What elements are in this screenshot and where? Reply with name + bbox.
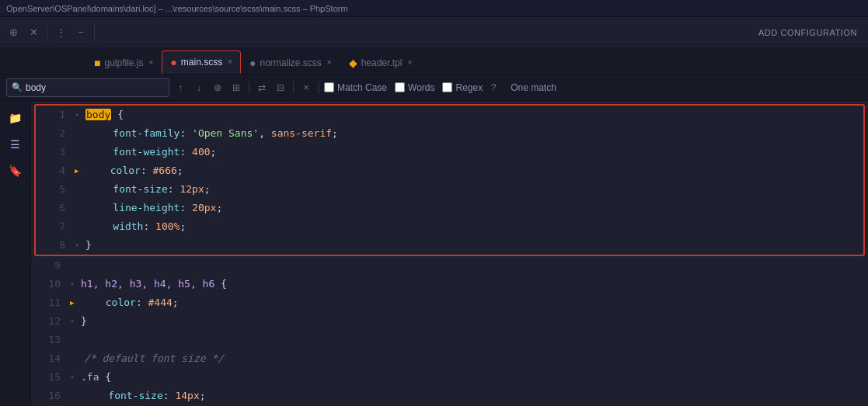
code-content-7: width: 100%; (82, 218, 186, 235)
toolbar-icon-target[interactable]: ⊕ (5, 24, 22, 41)
search-icon: 🔍 (12, 82, 23, 92)
search-separator-3 (319, 82, 319, 94)
editor-area: 📁 ☰ 🔖 1 ▾ body { 2 font-family: 'Open Sa… (0, 101, 868, 406)
tab-gulpfile[interactable]: ■ gulpfile.js × (85, 50, 162, 74)
tab-gulpfile-label: gulpfile.js (104, 57, 143, 68)
sidebar-icon-structure[interactable]: ☰ (5, 134, 26, 155)
search-input[interactable] (26, 82, 142, 93)
tab-main-scss[interactable]: ● main.scss × (162, 50, 241, 74)
toolbar-icon-minus[interactable]: − (72, 24, 89, 41)
line-number-8: 8 (36, 237, 75, 254)
code-content-4: color: #666; (79, 162, 183, 179)
words-checkbox[interactable] (395, 82, 405, 92)
search-separator-1 (249, 82, 249, 94)
line-number-13: 13 (31, 331, 70, 349)
words-label: Words (408, 82, 434, 93)
code-content-6: line-height: 20px; (82, 200, 222, 217)
table-row: 11 ▶ color: #444; (31, 293, 868, 312)
table-row: 1 ▾ body { (36, 106, 863, 124)
search-separator-2 (293, 82, 294, 94)
table-row: 13 (31, 331, 868, 349)
regex-checkbox[interactable] (442, 82, 452, 92)
replace-button[interactable]: ⇄ (254, 80, 270, 95)
toolbar-icon-menu[interactable]: ⋮ (52, 24, 69, 41)
match-case-label: Match Case (337, 82, 387, 93)
line-number-6: 6 (36, 200, 75, 217)
line-number-4: 4 (36, 162, 75, 179)
code-content-8: } (79, 237, 92, 254)
sidebar-left: 📁 ☰ 🔖 (0, 101, 31, 406)
table-row: 8 ▾ } (36, 236, 863, 255)
regex-label: Regex (455, 82, 483, 93)
line-number-10: 10 (31, 276, 70, 293)
table-row: 10 ▾ h1, h2, h3, h4, h5, h6 { (31, 275, 868, 293)
line-number-2: 2 (36, 125, 75, 142)
search-bar: 🔍 ↑ ↓ ⊕ ⊞ ⇄ ⊟ × Match Case Words Regex ?… (0, 75, 868, 101)
tab-bar: ■ gulpfile.js × ● main.scss × ● normaliz… (0, 48, 868, 75)
sidebar-icon-bookmark[interactable]: 🔖 (5, 160, 26, 182)
help-button[interactable]: ? (486, 80, 501, 95)
toolbar-separator-2 (94, 26, 95, 40)
code-content-10: h1, h2, h3, h4, h5, h6 { (75, 276, 227, 293)
regex-checkbox-group[interactable]: Regex (442, 82, 483, 93)
line-number-9: 9 (31, 257, 70, 274)
code-area[interactable]: 1 ▾ body { 2 font-family: 'Open Sans', s… (31, 101, 868, 406)
code-content-9 (70, 257, 82, 274)
tab-main-scss-close[interactable]: × (228, 58, 232, 66)
toolbar-icon-pin[interactable]: ✕ (25, 24, 42, 41)
tab-normalize-label: normalize.scss (260, 57, 321, 68)
header-tpl-icon: ◆ (349, 57, 357, 69)
table-row: 6 line-height: 20px; (36, 199, 863, 217)
table-row: 15 ▾ .fa { (31, 368, 868, 387)
code-content-12: } (75, 313, 87, 330)
line-number-16: 16 (31, 387, 70, 404)
tab-header-tpl-close[interactable]: × (407, 59, 412, 67)
code-content-11: color: #444; (75, 294, 178, 311)
prev-match-button[interactable]: ↑ (173, 80, 188, 95)
tab-normalize[interactable]: ● normalize.scss × (241, 50, 340, 74)
table-row: 5 font-size: 12px; (36, 180, 863, 199)
table-row: 9 (31, 256, 868, 275)
code-content-3: font-weight: 400; (82, 144, 216, 161)
tab-normalize-close[interactable]: × (327, 59, 332, 67)
table-row: 14 /* default font size */ (31, 349, 868, 368)
tab-main-scss-label: main.scss (181, 57, 222, 68)
toolbar-separator-1 (47, 26, 47, 40)
close-search-button[interactable]: × (298, 80, 314, 95)
code-content-13 (70, 331, 82, 349)
tab-header-tpl-label: header.tpl (361, 57, 403, 68)
table-row: 3 font-weight: 400; (36, 143, 863, 161)
pin-button[interactable]: ⊞ (228, 80, 244, 95)
gulpfile-icon: ■ (94, 57, 100, 69)
words-checkbox-group[interactable]: Words (395, 82, 434, 93)
match-case-checkbox-group[interactable]: Match Case (324, 82, 387, 93)
line-number-7: 7 (36, 218, 75, 235)
code-content-16: font-size: 14px; (78, 387, 206, 404)
toolbar: ⊕ ✕ ⋮ − ADD CONFIGURATION (0, 17, 868, 48)
line-number-1: 1 (36, 106, 75, 123)
code-content-15: .fa { (75, 369, 111, 386)
line-number-15: 15 (31, 369, 70, 386)
search-input-wrap: 🔍 (6, 78, 169, 97)
title-bar: OpenServer\OSPanel\domains\dari.loc] – .… (0, 0, 868, 17)
normalize-icon: ● (249, 57, 256, 69)
next-match-button[interactable]: ↓ (191, 80, 207, 95)
table-row: 12 ▾ } (31, 312, 868, 331)
sidebar-icon-project[interactable]: 📁 (5, 107, 26, 129)
match-case-checkbox[interactable] (324, 82, 334, 92)
table-row: 2 font-family: 'Open Sans', sans-serif; (36, 124, 863, 143)
table-row: 7 width: 100%; (36, 217, 863, 236)
expand-button[interactable]: ⊕ (210, 80, 225, 95)
tab-gulpfile-close[interactable]: × (149, 59, 154, 67)
add-configuration-button[interactable]: ADD CONFIGURATION (752, 28, 863, 37)
title-text: OpenServer\OSPanel\domains\dari.loc] – .… (6, 4, 348, 13)
filter-button[interactable]: ⊟ (273, 80, 288, 95)
code-content-5: font-size: 12px; (82, 181, 211, 198)
table-row: 4 ▶ color: #666; (36, 161, 863, 180)
tab-header-tpl[interactable]: ◆ header.tpl × (340, 50, 421, 74)
line-number-11: 11 (31, 294, 70, 311)
line-number-3: 3 (36, 144, 75, 161)
line-number-14: 14 (31, 350, 70, 367)
match-result: One match (511, 82, 556, 93)
code-content-14: /* default font size */ (78, 350, 224, 367)
